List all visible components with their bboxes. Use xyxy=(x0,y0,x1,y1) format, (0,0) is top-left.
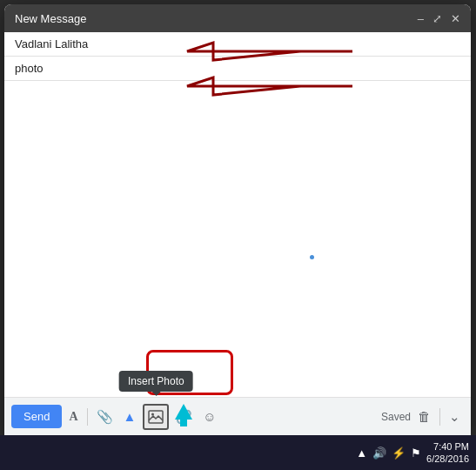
window-title: New Message xyxy=(15,12,86,25)
compose-toolbar: Send A 📎 ▲ Insert Photo 🔗 ☺ xyxy=(4,397,471,435)
chevron-down-icon: ⌄ xyxy=(449,409,460,425)
compose-window: New Message – ⤢ ✕ Send A 📎 xyxy=(4,4,471,435)
to-field-row xyxy=(4,32,471,57)
more-options-button[interactable]: ⌄ xyxy=(446,406,464,428)
saved-label: Saved xyxy=(381,411,411,423)
photo-icon xyxy=(148,409,164,425)
restore-button[interactable]: ⤢ xyxy=(432,13,442,24)
title-bar-controls: – ⤢ ✕ xyxy=(418,13,460,24)
toolbar-divider-2 xyxy=(439,408,440,426)
drive-button[interactable]: ▲ xyxy=(120,406,140,427)
formatting-button[interactable]: A xyxy=(65,406,81,427)
send-button[interactable]: Send xyxy=(11,405,62,428)
svg-point-5 xyxy=(151,413,154,415)
emoticon-icon: ☺ xyxy=(203,409,216,424)
volume-icon: 🔊 xyxy=(372,446,386,460)
link-icon: 🔗 xyxy=(176,409,192,425)
insert-photo-button[interactable] xyxy=(143,404,169,430)
toolbar-right: Saved 🗑 ⌄ xyxy=(381,406,464,428)
taskbar-time: 7:40 PM 6/28/2016 xyxy=(426,440,469,466)
trash-icon: 🗑 xyxy=(418,409,431,424)
to-input[interactable] xyxy=(15,37,460,50)
toolbar-divider-1 xyxy=(87,408,88,426)
link-button[interactable]: 🔗 xyxy=(172,406,196,428)
drive-icon: ▲ xyxy=(124,409,137,424)
battery-icon: ⚡ xyxy=(392,446,406,460)
subject-input[interactable] xyxy=(15,62,460,75)
formatting-icon: A xyxy=(69,410,77,424)
close-button[interactable]: ✕ xyxy=(451,13,460,24)
delete-button[interactable]: 🗑 xyxy=(414,406,434,427)
date-display: 6/28/2016 xyxy=(426,453,469,465)
blue-dot xyxy=(310,255,314,259)
taskbar: ▲ 🔊 ⚡ ⚑ 7:40 PM 6/28/2016 xyxy=(0,435,476,470)
network-icon: ▲ xyxy=(356,446,367,460)
svg-rect-4 xyxy=(149,411,163,423)
minimize-button[interactable]: – xyxy=(418,13,424,24)
subject-field-row xyxy=(4,57,471,81)
title-bar: New Message – ⤢ ✕ xyxy=(4,4,471,32)
attach-button[interactable]: 📎 xyxy=(93,406,117,428)
time-display: 7:40 PM xyxy=(426,440,469,453)
attach-icon: 📎 xyxy=(97,409,113,425)
insert-photo-wrapper: Insert Photo xyxy=(143,404,169,430)
emoticon-button[interactable]: ☺ xyxy=(199,406,219,427)
flag-icon: ⚑ xyxy=(411,446,421,460)
taskbar-system-tray: ▲ 🔊 ⚡ ⚑ xyxy=(356,446,421,460)
compose-body[interactable] xyxy=(4,81,471,397)
